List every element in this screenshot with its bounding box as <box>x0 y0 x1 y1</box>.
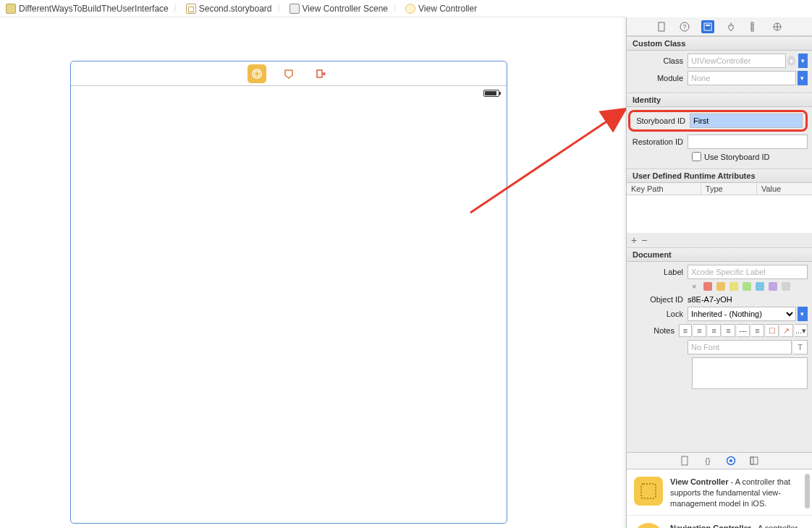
object-library-list[interactable]: View Controller - A controller that supp… <box>627 469 812 528</box>
label-color-orange[interactable] <box>716 282 725 291</box>
library-item-navigation-controller[interactable]: Navigation Controller - A controller tha… <box>627 516 812 528</box>
library-item-view-controller[interactable]: View Controller - A controller that supp… <box>627 469 812 516</box>
breadcrumb-controller-label: View Controller <box>418 4 477 14</box>
svg-rect-15 <box>750 457 758 464</box>
notes-color-button[interactable]: ☐ <box>766 324 779 337</box>
remove-runtime-attr-button[interactable]: − <box>641 234 647 246</box>
inspector-tab-bar: ? <box>627 17 812 36</box>
library-scrollbar[interactable] <box>805 474 810 508</box>
code-snippet-library-tab[interactable]: {} <box>702 455 714 467</box>
identity-header: Identity <box>627 93 812 107</box>
scene-dock <box>71 61 507 86</box>
svg-point-0 <box>253 69 261 78</box>
svg-text:{}: {} <box>705 456 711 465</box>
class-input[interactable] <box>688 54 786 68</box>
runtime-value-column: Value <box>757 183 812 195</box>
notes-label: Notes <box>631 326 679 335</box>
attributes-inspector-tab[interactable] <box>724 20 737 33</box>
chevron-right-icon: 〉 <box>392 2 401 14</box>
runtime-key-path-column: Key Path <box>627 183 701 195</box>
notes-textarea[interactable] <box>692 357 808 389</box>
svg-rect-1 <box>255 72 259 76</box>
exit-dock-icon[interactable] <box>311 64 330 83</box>
notes-align-left-button[interactable]: ≡ <box>679 324 692 337</box>
module-label: Module <box>631 74 688 82</box>
document-header: Document <box>627 247 812 262</box>
runtime-attrs-table-body[interactable] <box>627 195 812 233</box>
view-controller-library-icon <box>634 477 663 506</box>
lock-dropdown-button[interactable]: ▾ <box>798 307 808 321</box>
runtime-type-column: Type <box>701 183 757 195</box>
label-color-yellow[interactable] <box>729 282 738 291</box>
notes-separator-button[interactable]: --- <box>737 324 750 337</box>
view-controller-dock-icon[interactable] <box>248 64 266 83</box>
svg-point-14 <box>729 459 732 462</box>
clear-class-icon[interactable]: ▾ <box>787 56 795 66</box>
notes-font-picker-button[interactable]: T <box>793 340 808 354</box>
notes-link-button[interactable]: ↗ <box>780 324 793 337</box>
class-label: Class <box>631 56 688 65</box>
notes-align-right-button[interactable]: ≡ <box>708 324 721 337</box>
label-color-gray[interactable] <box>782 282 790 291</box>
view-controller-icon <box>405 4 415 14</box>
chevron-right-icon: 〉 <box>276 2 285 14</box>
label-color-red[interactable] <box>703 282 712 291</box>
quick-help-tab[interactable]: ? <box>678 20 691 33</box>
breadcrumb-project[interactable]: DifferentWaysToBuildTheUserInterface <box>6 4 169 14</box>
storyboard-canvas[interactable] <box>0 17 626 528</box>
svg-rect-7 <box>704 23 711 30</box>
breadcrumb-file[interactable]: Second.storyboard <box>186 4 272 14</box>
class-dropdown-button[interactable]: ▾ <box>798 54 808 68</box>
breadcrumb-scene-label: View Controller Scene <box>303 4 389 14</box>
status-bar <box>71 86 507 101</box>
notes-font-input[interactable] <box>688 340 792 354</box>
storyboard-file-icon <box>186 4 196 14</box>
file-inspector-tab[interactable] <box>655 20 668 33</box>
file-template-library-tab[interactable] <box>679 455 690 467</box>
breadcrumb-controller[interactable]: View Controller <box>405 4 477 14</box>
object-library-tab[interactable] <box>725 455 737 467</box>
document-label-label: Label <box>631 268 688 276</box>
media-library-tab[interactable] <box>748 455 760 467</box>
first-responder-dock-icon[interactable] <box>279 64 298 83</box>
svg-rect-8 <box>706 25 710 26</box>
use-storyboard-id-label: Use Storyboard ID <box>704 153 769 161</box>
label-color-clear[interactable]: × <box>692 283 699 290</box>
notes-align-center-button[interactable]: ≡ <box>693 324 706 337</box>
svg-rect-11 <box>682 456 688 465</box>
connections-inspector-tab[interactable] <box>771 20 784 33</box>
notes-justify-button[interactable]: ≡ <box>722 324 735 337</box>
scene-icon <box>289 4 300 14</box>
notes-list-button[interactable]: ≡ <box>751 324 764 337</box>
breadcrumb: DifferentWaysToBuildTheUserInterface 〉 S… <box>0 0 626 17</box>
module-input[interactable] <box>688 71 796 85</box>
document-label-input[interactable] <box>688 265 808 279</box>
label-color-purple[interactable] <box>769 282 777 291</box>
restoration-id-input[interactable] <box>688 135 808 149</box>
chevron-right-icon: 〉 <box>173 2 182 14</box>
label-color-blue[interactable] <box>756 282 764 291</box>
inspector-panel: ? Custom Class Class ▾ ▾ Module ▾ <box>626 17 812 528</box>
breadcrumb-scene[interactable]: View Controller Scene <box>289 4 389 14</box>
lock-label: Lock <box>631 310 688 318</box>
storyboard-id-highlight: Storyboard ID <box>628 110 808 132</box>
runtime-attrs-header: User Defined Runtime Attributes <box>627 169 812 183</box>
label-color-chips: × <box>692 282 808 291</box>
library-item-text: View Controller - A controller that supp… <box>670 477 805 509</box>
library-item-text: Navigation Controller - A controller tha… <box>670 523 805 528</box>
module-dropdown-button[interactable]: ▾ <box>798 71 808 85</box>
size-inspector-tab[interactable] <box>748 20 761 33</box>
library-tab-bar: {} <box>627 452 812 469</box>
notes-more-button[interactable]: ...▾ <box>795 324 808 337</box>
add-runtime-attr-button[interactable]: + <box>631 234 637 246</box>
use-storyboard-id-checkbox[interactable] <box>692 152 701 161</box>
view-controller-scene-frame[interactable] <box>70 61 507 524</box>
svg-text:?: ? <box>682 23 686 30</box>
breadcrumb-project-label: DifferentWaysToBuildTheUserInterface <box>19 4 169 14</box>
identity-inspector-tab[interactable] <box>701 20 714 33</box>
folder-icon <box>6 4 16 14</box>
breadcrumb-file-label: Second.storyboard <box>199 4 272 14</box>
lock-select[interactable]: Inherited - (Nothing) <box>688 307 796 321</box>
storyboard-id-input[interactable] <box>690 114 803 128</box>
label-color-green[interactable] <box>743 282 751 291</box>
